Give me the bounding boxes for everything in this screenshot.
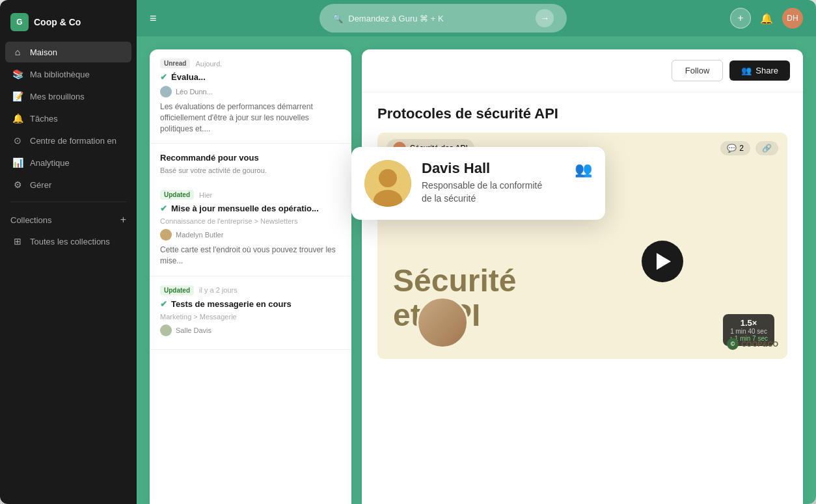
feed-card-header-1: Unread Aujourd. <box>160 59 341 68</box>
sidebar-item-bibliotheque[interactable]: 📚 Ma bibliothèque <box>5 64 131 85</box>
detail-title: Protocoles de sécurité API <box>377 105 787 122</box>
share-icon: 👥 <box>741 66 752 75</box>
feed-panel: Unread Aujourd. ✔ Évalua... Léo Dunn... … <box>150 49 351 504</box>
draft-icon: 📝 <box>12 91 23 101</box>
sidebar-label-taches: Tâches <box>30 114 58 124</box>
card-2-time: Hier <box>199 191 212 199</box>
search-bar[interactable]: 🔍 Demandez à Guru ⌘ + K → <box>320 4 567 33</box>
comment-badge[interactable]: 💬 2 <box>720 141 750 155</box>
profile-info: Davis Hall Responsable de la conformité … <box>422 160 564 205</box>
notification-icon: 🔔 <box>760 12 773 25</box>
feed-card-header-3: Updated il y a 2 jours <box>160 285 341 295</box>
card-2-title: ✔ Mise à jour mensuelle des opératio... <box>160 204 341 213</box>
comment-count: 2 <box>739 144 744 153</box>
brand-logo: © COOP&CO <box>727 338 778 350</box>
link-badge[interactable]: 🔗 <box>755 141 778 155</box>
follow-button[interactable]: Follow <box>672 60 724 81</box>
sidebar-item-brouillons[interactable]: 📝 Mes brouillons <box>5 86 131 107</box>
feed-card-2: Updated Hier ✔ Mise à jour mensuelle des… <box>150 181 351 276</box>
link-icon: 🔗 <box>762 144 772 153</box>
brand-icon: © <box>727 338 739 350</box>
share-label: Share <box>755 66 778 75</box>
feed-card-header-2: Updated Hier <box>160 190 341 200</box>
profile-group-icon: 👥 <box>575 161 592 178</box>
app-logo: G <box>10 13 29 31</box>
collections-label: Collections <box>10 215 52 225</box>
search-placeholder: Demandez à Guru ⌘ + K <box>348 14 530 23</box>
hamburger-icon[interactable]: ≡ <box>150 12 157 25</box>
collections-header: Collections + <box>0 209 137 231</box>
app-title: Coop & Co <box>34 17 81 27</box>
updated-badge-3: Updated <box>160 285 194 295</box>
home-icon: ⌂ <box>12 47 23 57</box>
sidebar-item-taches[interactable]: 🔔 Tâches <box>5 108 131 129</box>
bell-icon: 🔔 <box>12 113 23 124</box>
updated-badge-2: Updated <box>160 190 194 200</box>
author-circle <box>416 297 469 349</box>
card-3-title: ✔ Tests de messagerie en cours <box>160 299 341 309</box>
sidebar-item-toutes-collections[interactable]: ⊞ Toutes les collections <box>5 231 131 252</box>
profile-name: Davis Hall <box>422 160 564 177</box>
card-2-breadcrumb: Connaissance de l'entreprise > Newslette… <box>160 217 341 225</box>
profile-role: Responsable de la conformité de la sécur… <box>422 179 564 205</box>
sidebar-label-maison: Maison <box>30 47 57 57</box>
sidebar-item-gerer[interactable]: ⚙ Gérer <box>5 174 131 195</box>
sidebar-nav: ⌂ Maison 📚 Ma bibliothèque 📝 Mes brouill… <box>0 42 137 195</box>
recommended-sub: Basé sur votre activité de gourou. <box>150 166 351 181</box>
card-3-breadcrumb: Marketing > Messagerie <box>160 313 341 321</box>
sidebar-item-maison[interactable]: ⌂ Maison <box>5 42 131 62</box>
card-1-title: ✔ Évalua... <box>160 72 341 82</box>
sidebar-label-collections: Toutes les collections <box>30 237 110 246</box>
feed-card-3: Updated il y a 2 jours ✔ Tests de messag… <box>150 276 351 350</box>
topbar-right: + 🔔 DH <box>730 8 803 29</box>
play-button[interactable] <box>642 241 683 282</box>
author-avatar-1 <box>160 86 172 98</box>
card-3-author: Salle Davis <box>160 325 341 336</box>
check-icon-3: ✔ <box>160 299 167 309</box>
user-avatar[interactable]: DH <box>782 8 803 29</box>
card-1-author: Léo Dunn... <box>160 86 341 98</box>
grid-icon: ⊞ <box>12 236 23 246</box>
sidebar-label-bibliotheque: Ma bibliothèque <box>30 70 90 79</box>
card-3-time: il y a 2 jours <box>199 286 238 294</box>
add-button[interactable]: + <box>730 8 751 29</box>
card-2-desc: Cette carte est l'endroit où vous pouvez… <box>160 245 341 267</box>
detail-panel: Follow 👥 Share Protocoles de sécurité AP… <box>362 49 803 504</box>
search-icon: 🔍 <box>333 14 343 23</box>
share-button[interactable]: 👥 Share <box>729 60 790 81</box>
library-icon: 📚 <box>12 69 23 79</box>
recommended-title: Recommandé pour vous <box>150 144 351 166</box>
profile-popup: Davis Hall Responsable de la conformité … <box>351 147 605 220</box>
sidebar-label-formation: Centre de formation en <box>30 136 116 146</box>
sidebar-item-formation[interactable]: ⊙ Centre de formation en <box>5 130 131 151</box>
sidebar-label-brouillons: Mes brouillons <box>30 92 85 101</box>
sidebar-header: G Coop & Co <box>0 8 137 42</box>
gear-icon: ⚙ <box>12 179 23 190</box>
notification-button[interactable]: 🔔 <box>756 8 777 29</box>
training-icon: ⊙ <box>12 135 23 146</box>
topbar: ≡ 🔍 Demandez à Guru ⌘ + K → + 🔔 DH <box>137 0 816 36</box>
sidebar-divider <box>10 202 126 202</box>
speed-time1: 1 min 40 sec <box>729 328 768 335</box>
speed-value: 1.5× <box>729 318 768 328</box>
analytics-icon: 📊 <box>12 157 23 168</box>
sidebar-item-analytique[interactable]: 📊 Analytique <box>5 152 131 173</box>
detail-header: Follow 👥 Share <box>362 49 803 92</box>
sidebar-label-analytique: Analytique <box>30 158 70 168</box>
topbar-center: 🔍 Demandez à Guru ⌘ + K → <box>157 4 730 33</box>
check-icon-2: ✔ <box>160 204 167 213</box>
collections-add-button[interactable]: + <box>120 214 126 226</box>
svg-point-1 <box>379 169 397 187</box>
sidebar-label-gerer: Gérer <box>30 180 51 190</box>
plus-icon: + <box>737 12 743 24</box>
video-card-actions: 💬 2 🔗 <box>720 141 778 155</box>
author-avatar-3 <box>160 325 172 336</box>
feed-card-1: Unread Aujourd. ✔ Évalua... Léo Dunn... … <box>150 49 351 144</box>
collections-nav: ⊞ Toutes les collections <box>0 231 137 252</box>
profile-avatar <box>364 160 411 207</box>
profile-avatar-img <box>364 160 411 207</box>
sidebar: G Coop & Co ⌂ Maison 📚 Ma bibliothèque 📝… <box>0 0 137 504</box>
main-area: ≡ 🔍 Demandez à Guru ⌘ + K → + 🔔 DH <box>137 0 816 504</box>
author-avatar-2 <box>160 229 172 241</box>
check-icon-1: ✔ <box>160 72 167 82</box>
